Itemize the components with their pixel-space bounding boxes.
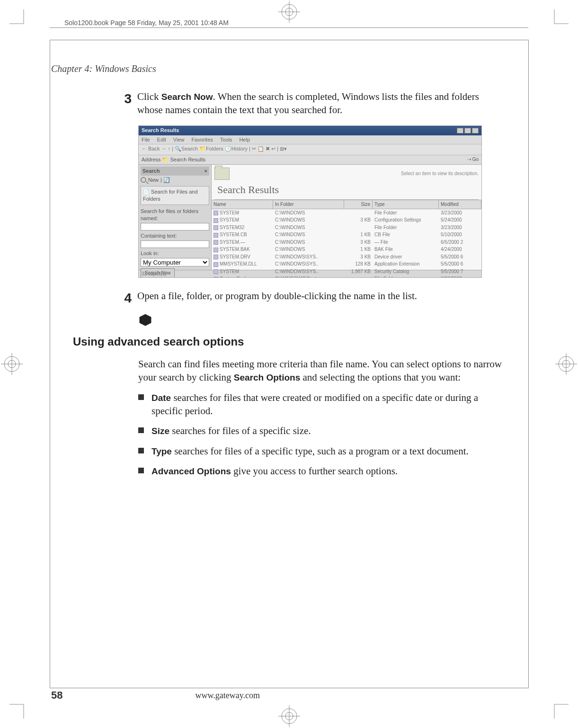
meta-rule bbox=[50, 27, 528, 28]
step3-lead: Click bbox=[137, 91, 161, 102]
table-row[interactable]: SYSTEM32C:\WINDOWSFile Folder3/23/2000 bbox=[212, 224, 481, 231]
table-row[interactable]: SYSTEM.DRVC:\WINDOWS\SYS..3 KBDevice dri… bbox=[212, 253, 481, 261]
registration-target-top bbox=[278, 1, 300, 23]
menu-edit[interactable]: Edit bbox=[157, 137, 166, 142]
lookin-label: Look in: bbox=[141, 250, 209, 257]
bullet-text: searches for files of a specific type, s… bbox=[172, 445, 469, 457]
new-label[interactable]: New bbox=[148, 177, 159, 184]
page-number: 58 bbox=[51, 689, 62, 701]
bullet-bold: Type bbox=[151, 446, 172, 456]
chapter-heading: Chapter 4: Windows Basics bbox=[51, 63, 156, 74]
containing-label: Containing text: bbox=[141, 232, 209, 240]
window-titlebar[interactable]: Search Results bbox=[139, 126, 481, 135]
intro-b: and selecting the options that you want: bbox=[300, 372, 461, 383]
step-4-body: Open a file, folder, or program by doubl… bbox=[137, 289, 502, 307]
table-row[interactable]: SYSTEM.—C:\WINDOWS3 KB— File6/5/2000 2 bbox=[212, 239, 481, 246]
table-row[interactable]: SYSTEM.BAKC:\WINDOWS1 KBBAK File4/24/200… bbox=[212, 246, 481, 253]
bullet-text: searches for files of a specific size. bbox=[169, 425, 311, 436]
menubar: File Edit View Favorites Tools Help bbox=[139, 135, 481, 144]
col-size[interactable]: Size bbox=[344, 200, 373, 209]
search-icon bbox=[141, 177, 146, 183]
hint-text: Select an item to view its description. bbox=[233, 170, 479, 177]
named-label: Search for files or folders named: bbox=[141, 208, 209, 222]
bullet-bold: Advanced Options bbox=[151, 466, 231, 476]
toolbar: ← Back → ↑ | 🔍Search 📁Folders 🕓History |… bbox=[139, 144, 481, 155]
close-pane-icon[interactable]: × bbox=[205, 168, 207, 175]
search-results-screenshot: Search Results File Edit View Favorites … bbox=[138, 125, 482, 278]
col-modified[interactable]: Modified bbox=[439, 200, 481, 209]
col-infolder[interactable]: In Folder bbox=[273, 200, 344, 209]
subheading: Using advanced search options bbox=[73, 334, 502, 349]
footer: 58 www.gateway.com bbox=[51, 689, 525, 701]
results-table: Name In Folder Size Type Modified SYSTEM… bbox=[212, 200, 481, 277]
list-item: Size searches for files of a specific si… bbox=[138, 424, 503, 437]
containing-input[interactable] bbox=[141, 240, 209, 248]
address-label: Address bbox=[142, 157, 160, 162]
meta-text: Solo1200.book Page 58 Friday, May 25, 20… bbox=[62, 19, 231, 27]
menu-tools[interactable]: Tools bbox=[220, 137, 232, 142]
list-item: Type searches for files of a specific ty… bbox=[138, 444, 503, 458]
bullet-text: give you access to further search option… bbox=[231, 465, 398, 477]
list-item: Advanced Options give you access to furt… bbox=[138, 464, 503, 478]
bullet-text: searches for files that were created or … bbox=[151, 392, 478, 417]
bullet-bold: Size bbox=[151, 426, 169, 436]
col-name[interactable]: Name bbox=[212, 200, 273, 209]
table-row[interactable]: System ToolsC:\WINDOWS\Start..File Folde… bbox=[212, 275, 481, 277]
menu-file[interactable]: File bbox=[142, 137, 150, 142]
table-row[interactable]: MMSYSTEM.DLLC:\WINDOWS\SYS..128 KBApplic… bbox=[212, 260, 481, 268]
address-value[interactable]: Search Results bbox=[170, 157, 205, 162]
results-title: Search Results bbox=[214, 183, 479, 200]
maximize-button[interactable] bbox=[464, 128, 471, 133]
menu-help[interactable]: Help bbox=[239, 137, 250, 142]
bullet-bold: Date bbox=[151, 393, 171, 403]
list-item: Date searches for files that were create… bbox=[138, 391, 503, 418]
menu-view[interactable]: View bbox=[173, 137, 185, 142]
table-row[interactable]: SYSTEMC:\WINDOWS3 KBConfiguration Settin… bbox=[212, 216, 481, 224]
options-list: Date searches for files that were create… bbox=[138, 391, 503, 478]
intro-para: Search can find files meeting more crite… bbox=[138, 357, 503, 384]
results-pane: Select an item to view its description. … bbox=[212, 165, 481, 270]
content: 3 Click Search Now. When the search is c… bbox=[76, 90, 502, 484]
intro-bold: Search Options bbox=[234, 373, 300, 382]
lookin-select[interactable]: My Computer bbox=[141, 258, 209, 266]
table-row[interactable]: SYSTEM.CBC:\WINDOWS1 KBCB File5/10/2000 bbox=[212, 231, 481, 239]
window-title: Search Results bbox=[142, 127, 179, 134]
step-3-body: Click Search Now. When the search is com… bbox=[137, 90, 502, 117]
table-row[interactable]: SYSTEMC:\WINDOWSFile Folder3/23/2000 bbox=[212, 209, 481, 217]
table-row[interactable]: SYSTEMC:\WINDOWS\SYS..1,987 KBSecurity C… bbox=[212, 268, 481, 275]
table-header[interactable]: Name In Folder Size Type Modified bbox=[212, 200, 481, 209]
named-input[interactable] bbox=[141, 223, 209, 231]
col-type[interactable]: Type bbox=[373, 200, 439, 209]
search-header: Search bbox=[142, 168, 160, 175]
folder-icon bbox=[214, 168, 230, 180]
search-files-folders-label: 📄 Search for Files and Folders bbox=[143, 188, 207, 203]
crop-mark-tr bbox=[549, 9, 569, 29]
registration-target-bottom bbox=[278, 705, 300, 727]
registration-target-right bbox=[555, 353, 577, 375]
footer-url: www.gateway.com bbox=[195, 691, 260, 701]
close-button[interactable] bbox=[472, 128, 479, 133]
go-button[interactable]: ⇢ Go bbox=[467, 156, 479, 163]
cube-icon bbox=[138, 313, 152, 328]
step-number-3: 3 bbox=[76, 90, 137, 117]
search-pane: Search× New | 🔄 📄 Search for Files and F… bbox=[139, 165, 212, 270]
minimize-button[interactable] bbox=[457, 128, 463, 133]
registration-target-left bbox=[1, 353, 23, 375]
step3-bold: Search Now bbox=[161, 92, 213, 102]
window-buttons bbox=[457, 128, 479, 133]
crop-mark-tl bbox=[9, 9, 29, 29]
menu-favorites[interactable]: Favorites bbox=[192, 137, 213, 142]
crop-mark-br bbox=[549, 699, 569, 719]
crop-mark-bl bbox=[9, 699, 29, 719]
address-bar: Address 📁 Search Results ⇢ Go bbox=[139, 155, 481, 165]
step-number-4: 4 bbox=[76, 289, 137, 307]
